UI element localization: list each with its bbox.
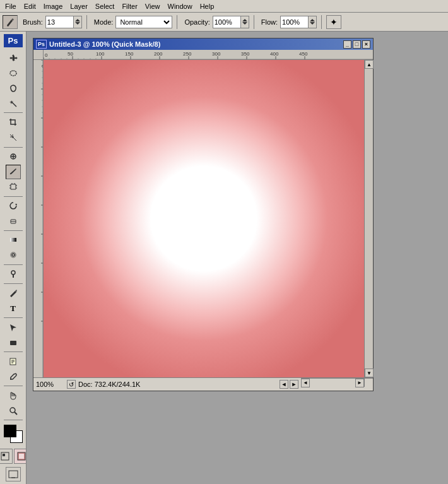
vertical-scrollbar[interactable]: ▲ ▼ bbox=[364, 60, 373, 377]
tool-eyedropper[interactable] bbox=[6, 369, 21, 384]
quick-mask-visual bbox=[44, 60, 364, 377]
svg-text:250: 250 bbox=[183, 51, 192, 57]
tool-path-select[interactable] bbox=[6, 320, 21, 334]
doc-inner: 0 bbox=[33, 60, 373, 377]
brush-size-display: 13 bbox=[45, 16, 74, 28]
ruler-row: 0 50 100 150 200 250 300 bbox=[33, 50, 373, 60]
tool-clone-stamp[interactable] bbox=[6, 180, 21, 194]
tool-move[interactable] bbox=[6, 50, 21, 65]
svg-text:350: 350 bbox=[241, 51, 250, 57]
scroll-up-button[interactable]: ▲ bbox=[365, 60, 374, 69]
menu-select[interactable]: Select bbox=[91, 1, 119, 11]
opacity-value-display: 100% bbox=[213, 16, 241, 28]
svg-point-7 bbox=[12, 254, 15, 256]
brush-label: Brush: bbox=[23, 18, 43, 26]
maximize-button[interactable]: □ bbox=[353, 40, 361, 49]
tool-zoom[interactable] bbox=[6, 403, 21, 418]
tool-pen[interactable] bbox=[6, 286, 21, 300]
mode-select[interactable]: NormalDissolveBehindClearDarkenMultiplyC… bbox=[115, 16, 172, 28]
scrollbar-corner bbox=[364, 378, 373, 387]
status-bar: 100% ↺ Doc: 732.4K/244.1K ◄ ► bbox=[33, 378, 301, 391]
tool-eraser[interactable] bbox=[6, 214, 21, 228]
airbrush-button[interactable]: ✦ bbox=[326, 15, 341, 29]
svg-point-15 bbox=[10, 408, 15, 413]
tool-brush[interactable] bbox=[6, 165, 21, 179]
tool-heal[interactable] bbox=[6, 149, 21, 163]
tool-type[interactable]: T bbox=[6, 301, 21, 316]
zoom-level: 100% bbox=[36, 381, 64, 388]
tool-slice[interactable] bbox=[6, 130, 21, 145]
svg-text:400: 400 bbox=[270, 51, 279, 57]
svg-text:50: 50 bbox=[68, 51, 73, 57]
canvas-area: Ps Untitled-3 @ 100% (Quick Mask/8) _ □ … bbox=[27, 32, 448, 484]
minimize-button[interactable]: _ bbox=[343, 40, 351, 49]
brush-tool-button[interactable] bbox=[3, 15, 18, 29]
brush-size-stepper[interactable] bbox=[74, 16, 82, 28]
tool-history-brush[interactable] bbox=[6, 199, 21, 213]
foreground-background-colors[interactable] bbox=[4, 425, 23, 443]
status-nav-arrows: ◄ ► bbox=[280, 380, 298, 389]
options-toolbar: Brush: 13 Mode: NormalDissolveBehindClea… bbox=[0, 13, 448, 32]
opacity-label: Opacity: bbox=[184, 18, 209, 26]
refresh-button[interactable]: ↺ bbox=[67, 380, 76, 389]
toolbox: Ps bbox=[0, 32, 27, 484]
opacity-stepper[interactable] bbox=[241, 16, 249, 28]
svg-point-8 bbox=[11, 271, 15, 274]
flow-label: Flow: bbox=[261, 18, 278, 26]
canvas-viewport[interactable] bbox=[44, 60, 364, 377]
nav-right-button[interactable]: ► bbox=[290, 380, 298, 389]
foreground-color-box[interactable] bbox=[4, 425, 16, 437]
menu-image[interactable]: Image bbox=[40, 1, 67, 11]
titlebar-title-group: Ps Untitled-3 @ 100% (Quick Mask/8) bbox=[36, 40, 160, 49]
svg-text:0: 0 bbox=[45, 52, 48, 58]
menu-edit[interactable]: Edit bbox=[20, 1, 40, 11]
ps-icon: Ps bbox=[36, 40, 47, 49]
svg-text:100: 100 bbox=[96, 51, 105, 57]
screen-mode-button[interactable] bbox=[6, 467, 21, 481]
nav-left-button[interactable]: ◄ bbox=[280, 380, 288, 389]
tool-magic-wand[interactable] bbox=[6, 96, 21, 110]
menu-help[interactable]: Help bbox=[196, 1, 218, 11]
svg-rect-20 bbox=[19, 454, 24, 459]
scroll-track-vertical[interactable] bbox=[365, 69, 373, 369]
svg-rect-5 bbox=[10, 238, 16, 242]
close-button[interactable]: × bbox=[362, 40, 370, 49]
svg-rect-21 bbox=[9, 471, 18, 478]
svg-text:300: 300 bbox=[212, 51, 221, 57]
scroll-left-button[interactable]: ◄ bbox=[301, 379, 310, 387]
doc-info: Doc: 732.4K/244.1K bbox=[78, 381, 277, 388]
menu-window[interactable]: Window bbox=[164, 1, 196, 11]
tool-selection[interactable] bbox=[6, 66, 21, 80]
svg-line-16 bbox=[15, 412, 17, 415]
tool-gradient[interactable] bbox=[6, 233, 21, 247]
horizontal-ruler: 0 50 100 150 200 250 300 bbox=[44, 50, 373, 60]
scroll-right-button[interactable]: ► bbox=[355, 379, 364, 387]
main-area: Ps bbox=[0, 32, 448, 484]
menu-file[interactable]: File bbox=[1, 1, 20, 11]
scroll-down-button[interactable]: ▼ bbox=[365, 369, 374, 377]
menu-bar: File Edit Image Layer Select Filter View… bbox=[0, 0, 448, 13]
svg-text:150: 150 bbox=[125, 51, 134, 57]
tool-notes[interactable] bbox=[6, 354, 21, 369]
menu-layer[interactable]: Layer bbox=[66, 1, 91, 11]
titlebar-buttons: _ □ × bbox=[343, 40, 370, 49]
flow-value-display: 100% bbox=[280, 16, 309, 28]
canvas-image[interactable] bbox=[44, 60, 364, 377]
tool-crop[interactable] bbox=[6, 115, 21, 129]
tool-shape[interactable] bbox=[6, 335, 21, 350]
svg-rect-10 bbox=[10, 341, 16, 345]
tool-lasso[interactable] bbox=[6, 81, 21, 95]
svg-text:450: 450 bbox=[299, 51, 308, 57]
mode-label: Mode: bbox=[94, 18, 114, 26]
document-titlebar: Ps Untitled-3 @ 100% (Quick Mask/8) _ □ … bbox=[33, 38, 373, 50]
menu-view[interactable]: View bbox=[141, 1, 164, 11]
tool-blur[interactable] bbox=[6, 248, 21, 263]
tool-hand[interactable] bbox=[6, 388, 21, 403]
document-window: Ps Untitled-3 @ 100% (Quick Mask/8) _ □ … bbox=[33, 38, 374, 391]
tool-dodge[interactable] bbox=[6, 267, 21, 281]
quick-mask-button[interactable] bbox=[14, 449, 27, 464]
horizontal-scrollbar[interactable]: ◄ ► bbox=[301, 378, 364, 387]
menu-filter[interactable]: Filter bbox=[118, 1, 141, 11]
standard-mode-button[interactable] bbox=[0, 449, 13, 464]
flow-stepper[interactable] bbox=[309, 16, 317, 28]
